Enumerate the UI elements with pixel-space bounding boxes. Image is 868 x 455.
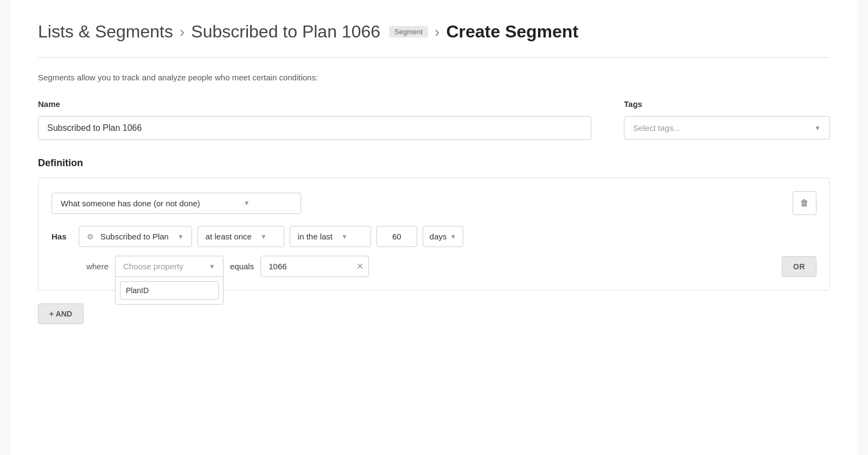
breadcrumb-plan-name[interactable]: Subscribed to Plan 1066 (191, 22, 380, 42)
condition-type-label: What someone has done (or not done) (61, 199, 200, 208)
page-description: Segments allow you to track and analyze … (38, 73, 830, 82)
days-label: days (430, 232, 447, 241)
trash-icon: 🗑 (800, 198, 809, 208)
form-row: Name Tags Select tags... ▼ (38, 99, 830, 140)
equals-label: equals (230, 262, 254, 271)
condition-type-chevron: ▼ (244, 199, 250, 207)
name-input[interactable] (38, 116, 591, 140)
property-select[interactable]: Choose property ▼ (115, 256, 224, 277)
delete-condition-button[interactable]: 🗑 (793, 191, 816, 215)
breadcrumb: Lists & Segments › Subscribed to Plan 10… (38, 22, 830, 42)
property-dropdown (115, 277, 224, 305)
days-chevron: ▼ (450, 233, 457, 241)
days-select[interactable]: days ▼ (423, 226, 464, 247)
property-search-input[interactable] (120, 281, 219, 300)
name-label: Name (38, 99, 591, 109)
breadcrumb-separator-2: › (435, 23, 439, 41)
number-input[interactable] (376, 226, 417, 247)
name-group: Name (38, 99, 591, 140)
breadcrumb-create-segment: Create Segment (446, 22, 578, 42)
frequency-label: at least once (206, 232, 252, 241)
event-select[interactable]: ⚙ Subscribed to Plan ▼ (79, 226, 192, 247)
value-input-wrapper: ✕ (260, 256, 369, 277)
tags-label: Tags (624, 99, 830, 109)
gear-icon: ⚙ (87, 232, 94, 241)
tags-group: Tags Select tags... ▼ (624, 99, 830, 140)
and-button[interactable]: + AND (38, 304, 84, 324)
property-dropdown-wrapper: Choose property ▼ (115, 256, 224, 277)
frequency-select[interactable]: at least once ▼ (197, 226, 284, 247)
event-label: Subscribed to Plan (100, 232, 169, 241)
clear-value-button[interactable]: ✕ (356, 262, 363, 271)
where-label: where (79, 262, 108, 271)
time-range-chevron: ▼ (341, 233, 348, 241)
event-chevron: ▼ (177, 233, 184, 241)
breadcrumb-separator-1: › (180, 23, 184, 41)
tags-placeholder: Select tags... (633, 123, 680, 132)
frequency-chevron: ▼ (260, 233, 267, 241)
or-button[interactable]: OR (782, 256, 816, 277)
chevron-down-icon: ▼ (814, 124, 821, 132)
property-placeholder-text: Choose property (123, 262, 183, 271)
condition-header: What someone has done (or not done) ▼ 🗑 (52, 191, 816, 215)
time-range-select[interactable]: in the last ▼ (290, 226, 371, 247)
value-input[interactable] (260, 256, 369, 277)
where-row: where Choose property ▼ equals ✕ OR (79, 256, 816, 277)
header-divider (38, 57, 830, 58)
time-range-label: in the last (298, 232, 333, 241)
page-container: Lists & Segments › Subscribed to Plan 10… (11, 0, 857, 455)
definition-title: Definition (38, 157, 830, 169)
breadcrumb-lists-segments[interactable]: Lists & Segments (38, 22, 173, 42)
condition-type-select[interactable]: What someone has done (or not done) ▼ (52, 193, 301, 214)
has-row: Has ⚙ Subscribed to Plan ▼ at least once… (52, 226, 816, 247)
definition-box: What someone has done (or not done) ▼ 🗑 … (38, 178, 830, 290)
segment-badge: Segment (389, 26, 428, 37)
property-chevron: ▼ (209, 263, 215, 270)
tags-select[interactable]: Select tags... ▼ (624, 116, 830, 140)
has-label: Has (52, 232, 73, 241)
definition-section: Definition What someone has done (or not… (38, 157, 830, 324)
